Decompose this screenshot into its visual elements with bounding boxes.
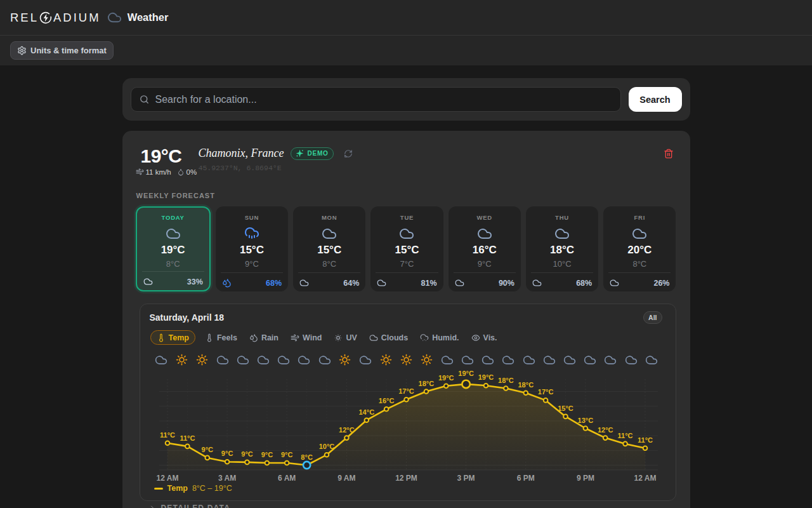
svg-text:18°C: 18°C [518,381,534,389]
svg-text:11°C: 11°C [180,434,195,442]
svg-text:9°C: 9°C [241,450,253,458]
svg-text:9°C: 9°C [221,450,233,457]
svg-text:10°C: 10°C [318,443,334,450]
svg-text:14°C: 14°C [358,408,374,416]
svg-text:12 PM: 12 PM [395,474,417,483]
svg-text:13°C: 13°C [577,417,593,424]
svg-text:6 AM: 6 AM [278,474,296,483]
svg-text:11°C: 11°C [617,432,632,439]
svg-text:9°C: 9°C [201,446,213,453]
svg-text:17°C: 17°C [537,388,553,396]
svg-text:19°C: 19°C [438,374,454,382]
svg-text:3 PM: 3 PM [457,474,475,483]
svg-text:9 AM: 9 AM [337,474,355,483]
svg-text:11°C: 11°C [638,436,653,444]
svg-text:18°C: 18°C [418,380,434,387]
svg-text:19°C: 19°C [478,373,494,381]
svg-text:8°C: 8°C [301,453,313,461]
svg-text:9°C: 9°C [261,451,273,458]
svg-text:6 PM: 6 PM [516,474,534,483]
svg-text:3 AM: 3 AM [218,474,235,483]
svg-text:11°C: 11°C [160,431,175,439]
svg-text:18°C: 18°C [498,377,514,384]
svg-text:9°C: 9°C [280,451,292,458]
svg-text:9 PM: 9 PM [576,474,594,483]
svg-text:19°C: 19°C [458,370,474,377]
svg-text:12 AM: 12 AM [634,474,656,483]
svg-text:17°C: 17°C [398,387,414,395]
svg-text:12°C: 12°C [597,426,613,434]
svg-text:12 AM: 12 AM [156,474,178,483]
svg-text:15°C: 15°C [558,404,573,412]
svg-text:12°C: 12°C [339,426,355,434]
svg-text:16°C: 16°C [378,397,394,404]
